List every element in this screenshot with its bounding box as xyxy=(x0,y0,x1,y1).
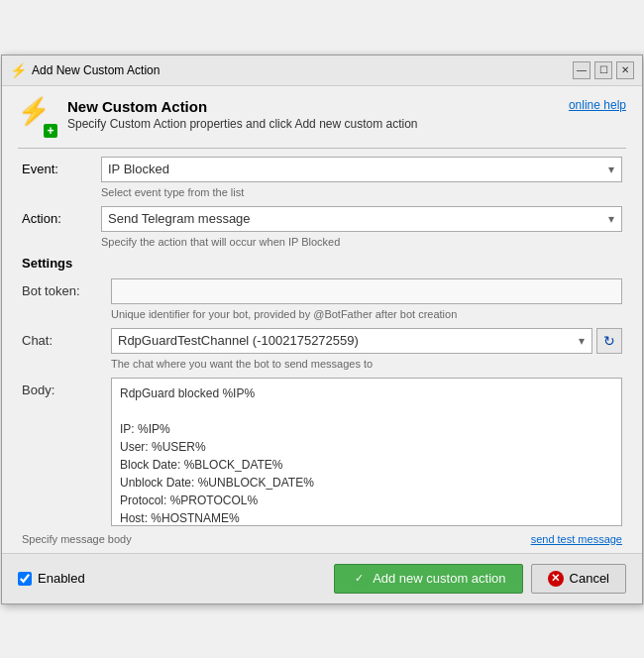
main-window: ⚡ Add New Custom Action — ☐ ✕ ⚡ + New Cu… xyxy=(1,55,643,604)
chat-control: RdpGuardTestChannel (-1002175272559) ↻ xyxy=(111,328,622,354)
titlebar-buttons: — ☐ ✕ xyxy=(573,61,634,79)
custom-action-icon: ⚡ + xyxy=(18,98,57,138)
event-control: IP Blocked xyxy=(101,157,622,182)
footer-buttons: ✓ Add new custom action ✕ Cancel xyxy=(334,564,626,594)
event-select-wrapper: IP Blocked xyxy=(101,157,622,182)
header-left: ⚡ + New Custom Action Specify Custom Act… xyxy=(18,98,418,138)
bot-token-hint: Unique identifier for your bot, provided… xyxy=(111,308,622,320)
action-select[interactable]: Send Telegram message xyxy=(101,206,622,232)
lightning-icon: ⚡ xyxy=(18,96,50,126)
bot-token-label: Bot token: xyxy=(22,278,111,298)
cancel-button[interactable]: ✕ Cancel xyxy=(531,564,626,594)
header-row: ⚡ + New Custom Action Specify Custom Act… xyxy=(18,98,626,138)
body-label: Body: xyxy=(22,378,111,397)
titlebar-title: Add New Custom Action xyxy=(32,63,567,77)
body-hint: Specify message body xyxy=(22,533,132,545)
body-row: Body: RdpGuard blocked %IP% IP: %IP% Use… xyxy=(22,378,622,529)
cancel-x-icon: ✕ xyxy=(548,571,564,587)
add-button-label: Add new custom action xyxy=(373,571,505,586)
chat-select-wrapper: RdpGuardTestChannel (-1002175272559) xyxy=(111,328,592,354)
header-text: New Custom Action Specify Custom Action … xyxy=(67,98,418,131)
body-textarea[interactable]: RdpGuard blocked %IP% IP: %IP% User: %US… xyxy=(111,378,622,526)
chat-label: Chat: xyxy=(22,328,111,348)
header-separator xyxy=(18,148,626,149)
settings-block: Settings Bot token: Unique identifier fo… xyxy=(22,256,622,545)
chat-select[interactable]: RdpGuardTestChannel (-1002175272559) xyxy=(111,328,592,354)
action-control: Send Telegram message xyxy=(101,206,622,232)
action-label: Action: xyxy=(22,206,101,226)
dialog-subtitle: Specify Custom Action properties and cli… xyxy=(67,117,418,131)
form-section: Event: IP Blocked Select event type from… xyxy=(18,157,626,545)
chat-refresh-button[interactable]: ↻ xyxy=(596,328,622,354)
action-select-wrapper: Send Telegram message xyxy=(101,206,622,232)
bot-token-input[interactable] xyxy=(111,278,622,304)
dialog-title: New Custom Action xyxy=(67,98,418,115)
plus-badge-icon: + xyxy=(44,124,57,138)
body-hints-row: Specify message body send test message xyxy=(22,533,622,545)
add-button[interactable]: ✓ Add new custom action xyxy=(334,564,522,594)
event-row: Event: IP Blocked xyxy=(22,157,622,182)
event-select[interactable]: IP Blocked xyxy=(101,157,622,182)
cancel-button-label: Cancel xyxy=(570,571,609,586)
footer: Enabled ✓ Add new custom action ✕ Cancel xyxy=(2,553,642,603)
titlebar-icon: ⚡ xyxy=(10,62,26,78)
event-hint: Select event type from the list xyxy=(101,186,622,198)
enabled-checkbox[interactable] xyxy=(18,572,32,586)
online-help-link[interactable]: online help xyxy=(569,98,626,112)
minimize-button[interactable]: — xyxy=(573,61,590,79)
send-test-message-link[interactable]: send test message xyxy=(531,533,622,545)
enabled-checkbox-row: Enabled xyxy=(18,571,85,586)
body-control: RdpGuard blocked %IP% IP: %IP% User: %US… xyxy=(111,378,622,529)
enabled-label: Enabled xyxy=(38,571,85,586)
close-button[interactable]: ✕ xyxy=(616,61,634,79)
bot-token-row: Bot token: xyxy=(22,278,622,304)
action-hint: Specify the action that will occur when … xyxy=(101,236,622,248)
chat-row: Chat: RdpGuardTestChannel (-100217527255… xyxy=(22,328,622,354)
event-label: Event: xyxy=(22,157,101,176)
chat-input-row: RdpGuardTestChannel (-1002175272559) ↻ xyxy=(111,328,622,354)
bot-token-control xyxy=(111,278,622,304)
add-check-icon: ✓ xyxy=(351,571,367,587)
action-row: Action: Send Telegram message xyxy=(22,206,622,232)
content-area: ⚡ + New Custom Action Specify Custom Act… xyxy=(2,86,642,545)
maximize-button[interactable]: ☐ xyxy=(594,61,612,79)
chat-hint: The chat where you want the bot to send … xyxy=(111,358,622,370)
titlebar: ⚡ Add New Custom Action — ☐ ✕ xyxy=(2,55,642,86)
settings-label: Settings xyxy=(22,256,622,271)
